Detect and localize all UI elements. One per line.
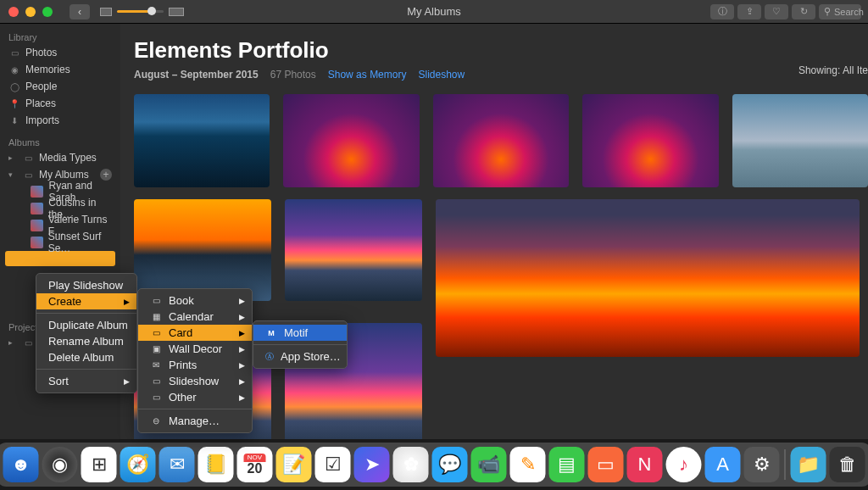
zoom-track[interactable]	[117, 10, 164, 13]
date-range: August – September 2015	[134, 69, 259, 81]
titlebar: ‹ My Albums ⓘ ⇪ ♡ ↻ ⚲Search	[0, 0, 868, 24]
dock-finder-icon[interactable]: ☻	[3, 447, 39, 482]
chevron-right-icon: ▸	[8, 338, 17, 347]
dock-music-icon[interactable]: ♪	[666, 447, 702, 482]
dock-mail-icon[interactable]: ✉	[159, 447, 195, 482]
photo-thumbnail[interactable]	[283, 94, 419, 187]
folder-icon: ▭	[22, 170, 34, 180]
dock-reminders-icon[interactable]: ☑	[315, 447, 351, 482]
context-menu: Play Slideshow Create▶ Duplicate Album R…	[36, 273, 137, 393]
back-button[interactable]: ‹	[70, 4, 90, 19]
dock-pages-icon[interactable]: ✎	[510, 447, 546, 482]
prints-icon: ✉	[150, 360, 162, 370]
motif-icon: M	[265, 327, 277, 339]
dock-photos-icon[interactable]: ✿	[393, 447, 429, 482]
search-placeholder: Search	[834, 7, 864, 17]
showing-filter[interactable]: Showing: All Ite	[798, 64, 868, 76]
dock-separator	[785, 449, 786, 480]
menu-create[interactable]: Create▶	[36, 293, 136, 309]
dock-trash-icon[interactable]: 🗑	[830, 447, 865, 482]
menu-duplicate-album[interactable]: Duplicate Album	[36, 317, 136, 333]
slideshow-icon: ▭	[150, 376, 162, 387]
menu-separator	[36, 369, 136, 370]
add-album-button[interactable]: +	[100, 169, 112, 181]
dock-messages-icon[interactable]: 💬	[432, 447, 468, 482]
minimize-window-button[interactable]	[25, 7, 36, 17]
dock-settings-icon[interactable]: ⚙	[744, 447, 780, 482]
dock-appstore-icon[interactable]: A	[705, 447, 741, 482]
photo-thumbnail[interactable]	[582, 94, 718, 187]
submenu-other[interactable]: ▭Other▶	[138, 389, 252, 405]
card-submenu: MMotif ⒶApp Store…	[253, 320, 348, 369]
library-header: Library	[0, 29, 120, 44]
menu-delete-album[interactable]: Delete Album	[36, 349, 136, 365]
dock-launchpad-icon[interactable]: ⊞	[81, 447, 117, 482]
share-button[interactable]: ⇪	[737, 4, 761, 19]
submenu-calendar[interactable]: ▦Calendar▶	[138, 309, 252, 325]
submenu-slideshow[interactable]: ▭Slideshow▶	[138, 373, 252, 389]
submenu-prints[interactable]: ✉Prints▶	[138, 357, 252, 373]
search-input[interactable]: ⚲Search	[819, 4, 861, 19]
chevron-right-icon: ▶	[239, 361, 245, 370]
chevron-right-icon: ▶	[124, 377, 130, 386]
book-icon: ▭	[150, 296, 162, 306]
dock-safari-icon[interactable]: 🧭	[120, 447, 156, 482]
dock-notes-icon[interactable]: 📝	[276, 447, 312, 482]
sidebar-item-places[interactable]: 📍Places	[0, 95, 120, 112]
rotate-button[interactable]: ↻	[792, 4, 815, 19]
fullscreen-window-button[interactable]	[42, 7, 53, 17]
favorite-button[interactable]: ♡	[765, 4, 788, 19]
sidebar-album-item[interactable]: Sunset Surf Se…	[0, 234, 120, 251]
sidebar-item-media-types[interactable]: ▸▭Media Types	[0, 149, 120, 166]
chevron-right-icon: ▶	[239, 393, 245, 402]
photo-thumbnail[interactable]	[732, 94, 868, 187]
chevron-right-icon: ▶	[239, 297, 245, 305]
dock-keynote-icon[interactable]: ▭	[588, 447, 624, 482]
dock-contacts-icon[interactable]: 📒	[198, 447, 234, 482]
album-thumb-icon	[31, 186, 43, 198]
dock-facetime-icon[interactable]: 📹	[471, 447, 507, 482]
menu-separator	[138, 409, 252, 409]
chevron-right-icon: ▸	[8, 153, 17, 162]
close-window-button[interactable]	[8, 7, 19, 17]
zoom-slider[interactable]	[100, 8, 184, 16]
menu-play-slideshow[interactable]: Play Slideshow	[36, 277, 136, 293]
photo-thumbnail[interactable]	[436, 199, 860, 357]
submenu-book[interactable]: ▭Book▶	[138, 292, 252, 309]
slideshow-link[interactable]: Slideshow	[418, 69, 465, 81]
sidebar-item-imports[interactable]: ⬇Imports	[0, 112, 120, 129]
submenu-wall-decor[interactable]: ▣Wall Decor▶	[138, 341, 252, 357]
photo-thumbnail[interactable]	[285, 199, 422, 301]
search-icon: ⚲	[824, 6, 831, 17]
card-option-motif[interactable]: MMotif	[253, 325, 347, 341]
photo-thumbnail[interactable]	[433, 94, 569, 187]
dock-siri-icon[interactable]: ◉	[42, 447, 78, 482]
sidebar-item-people[interactable]: ◯People	[0, 78, 120, 95]
menu-sort[interactable]: Sort▶	[36, 373, 136, 389]
imports-icon: ⬇	[8, 115, 20, 125]
sidebar-item-photos[interactable]: ▭Photos	[0, 44, 120, 61]
menu-rename-album[interactable]: Rename Album	[36, 333, 136, 349]
dock-downloads-icon[interactable]: 📁	[791, 447, 826, 482]
photo-thumbnail[interactable]	[134, 94, 270, 187]
info-button[interactable]: ⓘ	[710, 4, 734, 19]
dock-news-icon[interactable]: N	[627, 447, 663, 482]
zoom-in-icon	[169, 8, 184, 16]
photo-thumbnail[interactable]	[134, 199, 271, 301]
submenu-manage[interactable]: ⊖Manage…	[138, 413, 252, 429]
people-icon: ◯	[8, 81, 20, 92]
dock-maps-icon[interactable]: ➤	[354, 447, 390, 482]
submenu-card[interactable]: ▭Card▶	[138, 325, 252, 341]
chevron-down-icon: ▾	[8, 170, 17, 179]
other-icon: ▭	[150, 393, 162, 403]
card-option-app-store[interactable]: ⒶApp Store…	[253, 348, 347, 365]
sidebar-item-memories[interactable]: ◉Memories	[0, 61, 120, 78]
show-as-memory-link[interactable]: Show as Memory	[328, 69, 407, 81]
folder-icon: ▭	[22, 153, 34, 163]
menu-separator	[253, 344, 347, 345]
zoom-thumb[interactable]	[147, 7, 156, 15]
dock-numbers-icon[interactable]: ▤	[549, 447, 585, 482]
album-thumb-icon	[31, 220, 43, 231]
chevron-right-icon: ▶	[239, 377, 245, 386]
dock-calendar-icon[interactable]: NOV20	[237, 447, 273, 482]
